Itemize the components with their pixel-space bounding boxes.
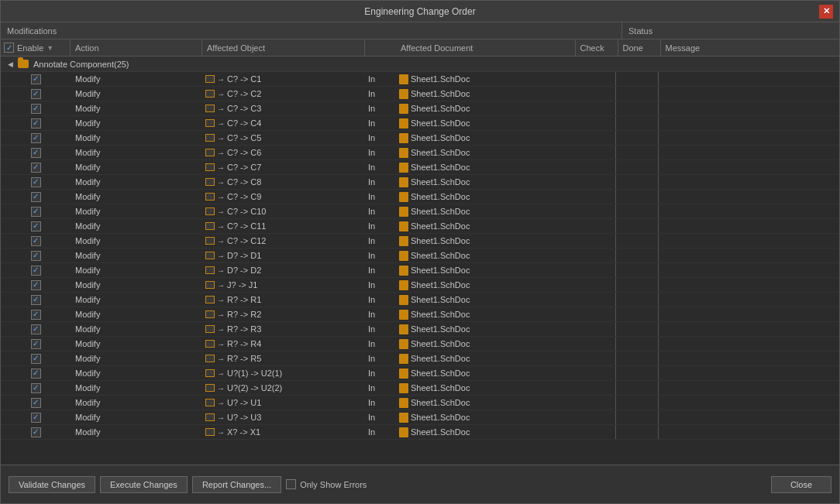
- table-row[interactable]: Modify → D? -> D1 In Sheet1.SchDoc: [1, 249, 839, 263]
- row-checkbox[interactable]: [31, 74, 41, 84]
- row-action-cell: Modify: [71, 219, 202, 233]
- table-row[interactable]: Modify → C? -> C4 In Sheet1.SchDoc: [1, 116, 839, 131]
- table-row[interactable]: Modify → C? -> C5 In Sheet1.SchDoc: [1, 131, 839, 146]
- row-in-cell: In: [365, 366, 396, 380]
- obj-arrow-icon: →: [217, 310, 225, 319]
- obj-arrow-icon: →: [217, 178, 225, 187]
- table-row[interactable]: Modify → C? -> C11 In Sheet1.SchDoc: [1, 219, 839, 234]
- row-checkbox[interactable]: [31, 163, 41, 173]
- row-message-cell: [659, 146, 839, 159]
- row-checkbox[interactable]: [31, 118, 41, 129]
- row-checkbox[interactable]: [31, 427, 41, 437]
- row-action-cell: Modify: [71, 234, 202, 248]
- document-icon: [399, 369, 408, 379]
- table-row[interactable]: Modify → R? -> R4 In Sheet1.SchDoc: [1, 337, 839, 351]
- row-checkbox[interactable]: [31, 310, 41, 320]
- row-message-cell: [659, 204, 839, 218]
- row-affected-doc-cell: Sheet1.SchDoc: [396, 131, 573, 145]
- row-checkbox[interactable]: [31, 383, 41, 393]
- row-checkbox[interactable]: [31, 133, 41, 143]
- row-checkbox[interactable]: [31, 192, 41, 202]
- row-action-cell: Modify: [71, 278, 202, 292]
- component-icon: [205, 222, 215, 230]
- table-row[interactable]: Modify → C? -> C3 In Sheet1.SchDoc: [1, 101, 839, 116]
- row-done-cell: [616, 175, 659, 189]
- row-checkbox[interactable]: [31, 280, 41, 290]
- table-row[interactable]: Modify → U? -> U1 In Sheet1.SchDoc: [1, 396, 839, 410]
- table-row[interactable]: Modify → R? -> R1 In Sheet1.SchDoc: [1, 293, 839, 307]
- validate-changes-button[interactable]: Validate Changes: [9, 476, 95, 493]
- row-doc-text: Sheet1.SchDoc: [411, 177, 470, 187]
- document-icon: [399, 310, 408, 320]
- row-checkbox[interactable]: [31, 207, 41, 217]
- row-doc-text: Sheet1.SchDoc: [411, 280, 470, 290]
- row-message-cell: [659, 351, 839, 365]
- row-enable-cell: [1, 160, 71, 174]
- table-row[interactable]: Modify → R? -> R2 In Sheet1.SchDoc: [1, 307, 839, 322]
- table-row[interactable]: Modify → C? -> C12 In Sheet1.SchDoc: [1, 234, 839, 249]
- row-checkbox[interactable]: [31, 339, 41, 349]
- component-icon: [205, 325, 215, 333]
- only-show-errors-checkbox[interactable]: [286, 479, 296, 489]
- only-show-errors-label[interactable]: Only Show Errors: [286, 479, 367, 489]
- row-checkbox[interactable]: [31, 324, 41, 334]
- collapse-arrow-icon[interactable]: ◀: [4, 58, 16, 70]
- component-icon: [205, 105, 215, 112]
- row-enable-cell: [1, 249, 71, 262]
- table-row[interactable]: Modify → C? -> C10 In Sheet1.SchDoc: [1, 204, 839, 219]
- table-row[interactable]: Modify → R? -> R5 In Sheet1.SchDoc: [1, 351, 839, 366]
- row-doc-text: Sheet1.SchDoc: [411, 192, 470, 201]
- row-in-cell: In: [365, 219, 396, 233]
- table-row[interactable]: Modify → R? -> R3 In Sheet1.SchDoc: [1, 322, 839, 337]
- table-row[interactable]: Modify → U? -> U3 In Sheet1.SchDoc: [1, 410, 839, 425]
- row-checkbox[interactable]: [31, 295, 41, 305]
- table-row[interactable]: Modify → J? -> J1 In Sheet1.SchDoc: [1, 278, 839, 293]
- table-row[interactable]: Modify → C? -> C8 In Sheet1.SchDoc: [1, 175, 839, 190]
- obj-arrow-icon: →: [217, 207, 225, 216]
- row-action-cell: Modify: [71, 101, 202, 115]
- execute-changes-button[interactable]: Execute Changes: [100, 476, 188, 493]
- table-row[interactable]: Modify → C? -> C9 In Sheet1.SchDoc: [1, 190, 839, 204]
- row-obj-text: R? -> R5: [227, 354, 261, 363]
- row-affected-doc-cell: Sheet1.SchDoc: [396, 278, 573, 292]
- row-check-cell: [573, 366, 616, 380]
- row-done-cell: [616, 337, 659, 351]
- row-checkbox[interactable]: [31, 266, 41, 276]
- row-checkbox[interactable]: [31, 369, 41, 379]
- row-checkbox[interactable]: [31, 177, 41, 187]
- report-changes-button[interactable]: Report Changes...: [192, 476, 281, 493]
- component-icon: [205, 149, 215, 156]
- close-icon[interactable]: ✕: [819, 5, 833, 19]
- row-in-cell: In: [365, 410, 396, 424]
- row-checkbox[interactable]: [31, 221, 41, 231]
- row-doc-text: Sheet1.SchDoc: [411, 398, 470, 407]
- row-affected-obj-cell: → C? -> C10: [202, 204, 365, 218]
- close-button[interactable]: Close: [771, 476, 831, 493]
- row-doc-text: Sheet1.SchDoc: [411, 89, 470, 98]
- table-row[interactable]: Modify → C? -> C7 In Sheet1.SchDoc: [1, 160, 839, 175]
- row-message-cell: [659, 249, 839, 262]
- row-checkbox[interactable]: [31, 148, 41, 158]
- row-doc-text: Sheet1.SchDoc: [411, 339, 470, 348]
- document-icon: [399, 163, 408, 173]
- table-row[interactable]: Modify → D? -> D2 In Sheet1.SchDoc: [1, 263, 839, 278]
- table-row[interactable]: Modify → C? -> C6 In Sheet1.SchDoc: [1, 146, 839, 160]
- row-checkbox[interactable]: [31, 398, 41, 408]
- table-row[interactable]: Modify → U?(1) -> U2(1) In Sheet1.SchDoc: [1, 366, 839, 381]
- row-checkbox[interactable]: [31, 413, 41, 423]
- table-row[interactable]: Modify → X? -> X1 In Sheet1.SchDoc: [1, 425, 839, 440]
- row-checkbox[interactable]: [31, 236, 41, 246]
- row-affected-obj-cell: → R? -> R1: [202, 293, 365, 307]
- table-row[interactable]: Modify → C? -> C2 In Sheet1.SchDoc: [1, 87, 839, 101]
- row-checkbox[interactable]: [31, 89, 41, 99]
- table-row[interactable]: Modify → U?(2) -> U2(2) In Sheet1.SchDoc: [1, 381, 839, 396]
- row-check-cell: [573, 87, 616, 101]
- row-checkbox[interactable]: [31, 104, 41, 114]
- row-checkbox[interactable]: [31, 251, 41, 261]
- table-row[interactable]: Modify → C? -> C1 In Sheet1.SchDoc: [1, 72, 839, 87]
- document-icon: [399, 74, 408, 84]
- row-affected-doc-cell: Sheet1.SchDoc: [396, 293, 573, 307]
- row-checkbox[interactable]: [31, 354, 41, 364]
- row-affected-obj-cell: → U? -> U3: [202, 410, 365, 424]
- enable-all-checkbox[interactable]: [4, 43, 14, 53]
